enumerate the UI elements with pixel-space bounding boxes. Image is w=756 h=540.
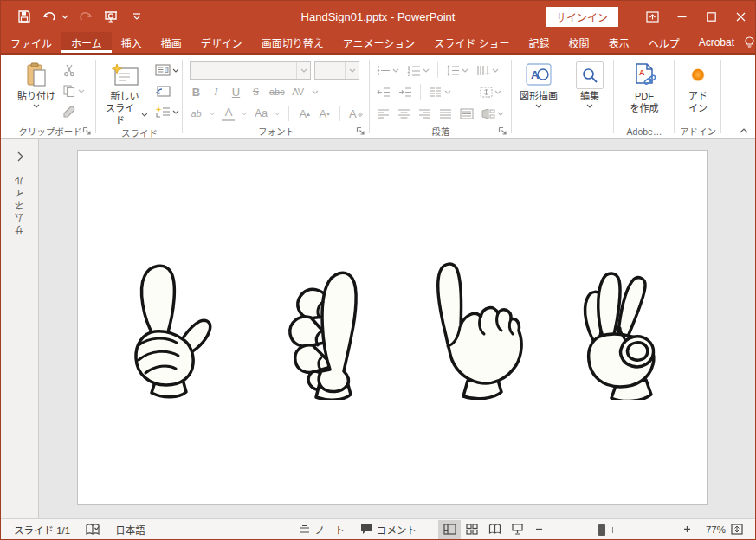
thumbnail-pane-collapsed[interactable]: サムネイル xyxy=(1,139,39,518)
dialog-launcher-icon[interactable] xyxy=(498,126,507,136)
italic-button[interactable]: I xyxy=(210,83,223,100)
font-name-combobox[interactable] xyxy=(190,61,311,80)
tab-review[interactable]: 校閲 xyxy=(559,32,599,53)
tab-design[interactable]: デザイン xyxy=(191,32,252,53)
chevron-down-icon xyxy=(349,68,356,73)
align-center-button[interactable] xyxy=(396,105,412,122)
outdent-button[interactable] xyxy=(375,83,392,100)
bold-button[interactable]: B xyxy=(190,83,203,100)
paste-button[interactable]: 貼り付け xyxy=(14,58,59,108)
editing-button[interactable]: 編集 xyxy=(572,58,607,108)
hand-sign-ok[interactable] xyxy=(565,257,677,400)
sign-in-button[interactable]: サインイン xyxy=(546,7,618,27)
qat-customize-button[interactable] xyxy=(126,5,148,28)
normal-view-button[interactable] xyxy=(438,520,461,539)
save-button[interactable] xyxy=(13,5,36,28)
line-spacing-icon xyxy=(446,65,460,76)
font-size-combobox[interactable] xyxy=(314,61,359,80)
tab-record[interactable]: 記録 xyxy=(520,32,559,53)
fit-to-window-icon[interactable] xyxy=(731,524,743,535)
language-indicator[interactable]: 日本語 xyxy=(107,519,153,539)
section-button[interactable] xyxy=(153,103,181,120)
undo-button[interactable] xyxy=(39,5,61,28)
hand-sign-thumbs-up[interactable] xyxy=(266,257,383,400)
tab-file[interactable]: ファイル xyxy=(1,32,61,53)
align-text-button[interactable] xyxy=(478,83,503,100)
change-case-button[interactable]: Aa xyxy=(255,105,268,122)
text-direction-button[interactable] xyxy=(475,61,501,79)
bullets-button[interactable] xyxy=(375,61,401,79)
zoom-slider-thumb[interactable] xyxy=(598,524,605,536)
slideshow-view-button[interactable] xyxy=(506,520,528,539)
shapes-drawing-button[interactable]: A 図形描画 xyxy=(516,58,561,108)
tab-home[interactable]: ホーム xyxy=(61,32,112,53)
addins-button[interactable]: アド イン xyxy=(685,58,711,115)
redo-button[interactable] xyxy=(74,5,96,28)
dialog-launcher-icon[interactable] xyxy=(356,126,365,136)
chevron-down-icon xyxy=(312,90,319,94)
tab-acrobat[interactable]: Acrobat xyxy=(689,32,744,53)
notes-toggle[interactable]: ノート xyxy=(291,519,353,539)
columns-button[interactable] xyxy=(427,83,453,100)
powerpoint-window: HandSign01.pptx - PowerPoint サインイン ファイル … xyxy=(0,0,756,540)
shrink-font-button[interactable]: A▾ xyxy=(318,105,331,122)
cut-button[interactable] xyxy=(61,61,87,79)
dialog-launcher-icon[interactable] xyxy=(82,126,92,136)
format-painter-button[interactable] xyxy=(61,103,87,120)
highlight-color-button[interactable]: ab xyxy=(190,105,203,122)
justify-button[interactable] xyxy=(437,105,454,122)
indent-icon xyxy=(398,87,412,98)
strikethrough-button[interactable]: S xyxy=(249,83,262,100)
zoom-slider[interactable] xyxy=(548,524,678,536)
clear-formatting-button[interactable]: A xyxy=(349,105,363,122)
chevron-down-icon xyxy=(392,68,399,73)
comments-toggle[interactable]: コメント xyxy=(352,519,424,539)
slide-1[interactable] xyxy=(77,150,708,505)
hand-sign-thumbs-up-with-pinky[interactable] xyxy=(110,257,223,400)
slide-number-indicator[interactable]: スライド 1/1 xyxy=(6,519,78,539)
accessibility-checker[interactable] xyxy=(78,519,107,539)
new-slide-button[interactable]: 新しい スライド xyxy=(98,58,152,126)
slideshow-from-start-button[interactable] xyxy=(100,5,122,28)
ribbon-display-options-button[interactable] xyxy=(637,1,667,32)
close-button[interactable] xyxy=(726,1,755,32)
tab-transitions[interactable]: 画面切り替え xyxy=(252,32,333,53)
undo-dropdown[interactable] xyxy=(60,5,70,28)
font-color-button[interactable]: A xyxy=(222,106,235,121)
tab-view[interactable]: 表示 xyxy=(599,32,639,53)
line-spacing-button[interactable] xyxy=(444,61,470,79)
smartart-button[interactable] xyxy=(480,105,506,122)
slide-canvas[interactable] xyxy=(39,139,755,518)
tab-slideshow[interactable]: スライド ショー xyxy=(424,32,519,53)
grow-font-button[interactable]: A▴ xyxy=(298,105,311,122)
tell-me-assistant[interactable]: 操作アシ xyxy=(744,35,756,50)
numbering-button[interactable] xyxy=(405,61,431,79)
tab-draw[interactable]: 描画 xyxy=(152,32,191,53)
zoom-out-icon[interactable] xyxy=(535,525,543,533)
create-pdf-button[interactable]: A PDF を作成 xyxy=(627,58,662,115)
reading-view-button[interactable] xyxy=(483,520,506,539)
character-spacing-button[interactable]: AV xyxy=(292,83,305,100)
align-left-button[interactable] xyxy=(375,105,391,122)
align-right-button[interactable] xyxy=(417,105,433,122)
hand-sign-pointing-up[interactable] xyxy=(409,253,526,400)
text-shadow-button[interactable]: abc xyxy=(269,83,285,100)
tab-animations[interactable]: アニメーション xyxy=(333,32,425,53)
slide-sorter-view-button[interactable] xyxy=(461,520,483,539)
reset-slide-button[interactable] xyxy=(153,82,181,100)
indent-button[interactable] xyxy=(397,83,414,100)
maximize-button[interactable] xyxy=(696,1,726,32)
layout-button[interactable] xyxy=(153,61,181,79)
copy-button[interactable] xyxy=(61,82,87,100)
distribute-button[interactable] xyxy=(458,105,475,122)
tab-insert[interactable]: 挿入 xyxy=(112,32,152,53)
slide-sorter-icon xyxy=(466,524,478,535)
tab-help[interactable]: ヘルプ xyxy=(639,32,689,53)
status-bar: スライド 1/1 日本語 ノート コメント xyxy=(1,518,755,539)
underline-button[interactable]: U xyxy=(229,83,242,100)
minimize-button[interactable] xyxy=(667,1,696,32)
chevron-down-icon xyxy=(492,68,499,73)
zoom-in-icon[interactable] xyxy=(683,525,691,533)
collapse-ribbon-icon[interactable] xyxy=(740,128,748,133)
zoom-percentage[interactable]: 77% xyxy=(696,524,726,535)
